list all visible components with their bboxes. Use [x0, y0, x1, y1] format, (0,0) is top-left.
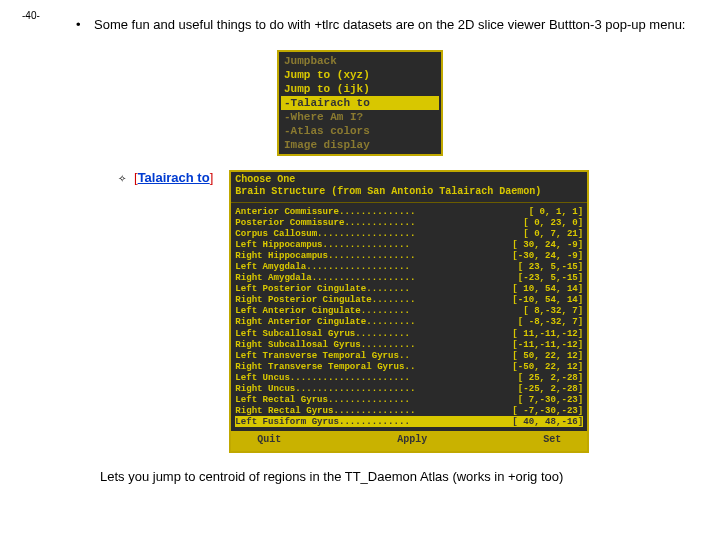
list-item[interactable]: Left Hippocampus................[ 30, 24…	[235, 239, 583, 250]
structure-coord: [ -7,-30,-23]	[508, 405, 583, 416]
popup-menu-item[interactable]: -Where Am I?	[281, 110, 439, 124]
diamond-icon: ✧	[118, 173, 126, 184]
popup-menu-item[interactable]: -Talairach to	[281, 96, 439, 110]
popup-menu-item[interactable]: Image display	[281, 138, 439, 152]
bracket-close: ]	[210, 170, 214, 185]
structure-name: Left Posterior Cingulate........	[235, 283, 410, 294]
structure-name: Right Subcallosal Gyrus..........	[235, 339, 415, 350]
structure-coord: [-25, 2,-28]	[514, 383, 584, 394]
popup-menu-item[interactable]: Jump to (xyz)	[281, 68, 439, 82]
structure-name: Left Amygdala...................	[235, 261, 410, 272]
quit-button[interactable]: Quit	[257, 434, 281, 448]
structure-coord: [ 25, 2,-28]	[514, 372, 584, 383]
popup-menu-item[interactable]: Jumpback	[281, 54, 439, 68]
structure-coord: [ 0, 23, 0]	[519, 217, 583, 228]
page-number: -40-	[22, 10, 40, 21]
structure-name: Corpus Callosum..................	[235, 228, 415, 239]
structure-name: Left Transverse Temporal Gyrus..	[235, 350, 410, 361]
list-item[interactable]: Left Uncus......................[ 25, 2,…	[235, 372, 583, 383]
structure-coord: [-50, 22, 12]	[508, 361, 583, 372]
list-item[interactable]: Left Transverse Temporal Gyrus..[ 50, 22…	[235, 350, 583, 361]
structure-coord: [ 8,-32, 7]	[519, 305, 583, 316]
footer-text: Lets you jump to centroid of regions in …	[100, 469, 692, 484]
structure-coord: [ 0, 7, 21]	[519, 228, 583, 239]
structure-coord: [ 11,-11,-12]	[508, 328, 583, 339]
list-item[interactable]: Left Rectal Gyrus...............[ 7,-30,…	[235, 394, 583, 405]
chooser-list[interactable]: Anterior Commissure..............[ 0, 1,…	[231, 203, 587, 430]
list-item[interactable]: Right Transverse Temporal Gyrus..[-50, 2…	[235, 361, 583, 372]
list-item[interactable]: Left Fusiform Gyrus.............[ 40, 48…	[235, 416, 583, 427]
intro-text: Some fun and useful things to do with +t…	[94, 16, 685, 34]
list-item[interactable]: Right Posterior Cingulate........[-10, 5…	[235, 294, 583, 305]
structure-coord: [-11,-11,-12]	[508, 339, 583, 350]
list-item[interactable]: Right Rectal Gyrus...............[ -7,-3…	[235, 405, 583, 416]
structure-coord: [-30, 24, -9]	[508, 250, 583, 261]
list-item[interactable]: Right Amygdala...................[-23, 5…	[235, 272, 583, 283]
structure-name: Right Hippocampus................	[235, 250, 415, 261]
chooser-header-line1: Choose One	[235, 174, 583, 186]
chooser-header-line2: Brain Structure (from San Antonio Talair…	[235, 186, 583, 198]
structure-name: Left Hippocampus................	[235, 239, 410, 250]
list-item[interactable]: Left Subcallosal Gyrus..........[ 11,-11…	[235, 328, 583, 339]
structure-name: Right Rectal Gyrus...............	[235, 405, 415, 416]
chooser-button-bar: Quit Apply Set	[231, 431, 587, 451]
structure-name: Right Transverse Temporal Gyrus..	[235, 361, 415, 372]
structure-name: Left Fusiform Gyrus.............	[235, 416, 410, 427]
popup-menu-item[interactable]: -Atlas colors	[281, 124, 439, 138]
structure-coord: [ -8,-32, 7]	[514, 316, 584, 327]
list-item[interactable]: Left Anterior Cingulate.........[ 8,-32,…	[235, 305, 583, 316]
structure-name: Posterior Commissure.............	[235, 217, 415, 228]
popup-menu-item[interactable]: Jump to (ijk)	[281, 82, 439, 96]
list-item[interactable]: Right Anterior Cingulate.........[ -8,-3…	[235, 316, 583, 327]
structure-name: Right Uncus......................	[235, 383, 415, 394]
list-item[interactable]: Posterior Commissure.............[ 0, 23…	[235, 217, 583, 228]
structure-coord: [ 7,-30,-23]	[514, 394, 584, 405]
list-item[interactable]: Right Hippocampus................[-30, 2…	[235, 250, 583, 261]
apply-button[interactable]: Apply	[397, 434, 427, 448]
structure-name: Left Anterior Cingulate.........	[235, 305, 410, 316]
structure-coord: [ 50, 22, 12]	[508, 350, 583, 361]
list-item[interactable]: Corpus Callosum..................[ 0, 7,…	[235, 228, 583, 239]
list-item[interactable]: Left Posterior Cingulate........[ 10, 54…	[235, 283, 583, 294]
structure-coord: [-23, 5,-15]	[514, 272, 584, 283]
structure-name: Right Posterior Cingulate........	[235, 294, 415, 305]
structure-coord: [ 23, 5,-15]	[514, 261, 584, 272]
talairach-to-link[interactable]: Talairach to	[138, 170, 210, 185]
structure-name: Left Subcallosal Gyrus..........	[235, 328, 410, 339]
chooser-header: Choose One Brain Structure (from San Ant…	[231, 172, 587, 203]
set-button[interactable]: Set	[543, 434, 561, 448]
talairach-chooser-window: Choose One Brain Structure (from San Ant…	[229, 170, 589, 454]
structure-name: Left Rectal Gyrus...............	[235, 394, 410, 405]
structure-coord: [ 40, 48,-16]	[508, 416, 583, 427]
structure-name: Right Anterior Cingulate.........	[235, 316, 415, 327]
section-heading: ✧ [Talairach to]	[118, 170, 213, 185]
list-item[interactable]: Anterior Commissure..............[ 0, 1,…	[235, 206, 583, 217]
structure-coord: [ 30, 24, -9]	[508, 239, 583, 250]
structure-coord: [ 0, 1, 1]	[525, 206, 584, 217]
structure-name: Left Uncus......................	[235, 372, 410, 383]
bullet-glyph: •	[76, 16, 86, 34]
structure-coord: [ 10, 54, 14]	[508, 283, 583, 294]
list-item[interactable]: Right Subcallosal Gyrus..........[-11,-1…	[235, 339, 583, 350]
intro-bullet: • Some fun and useful things to do with …	[76, 16, 692, 34]
structure-name: Right Amygdala...................	[235, 272, 415, 283]
list-item[interactable]: Left Amygdala...................[ 23, 5,…	[235, 261, 583, 272]
structure-name: Anterior Commissure..............	[235, 206, 415, 217]
structure-coord: [-10, 54, 14]	[508, 294, 583, 305]
popup-menu[interactable]: JumpbackJump to (xyz)Jump to (ijk)-Talai…	[277, 50, 443, 156]
list-item[interactable]: Right Uncus......................[-25, 2…	[235, 383, 583, 394]
